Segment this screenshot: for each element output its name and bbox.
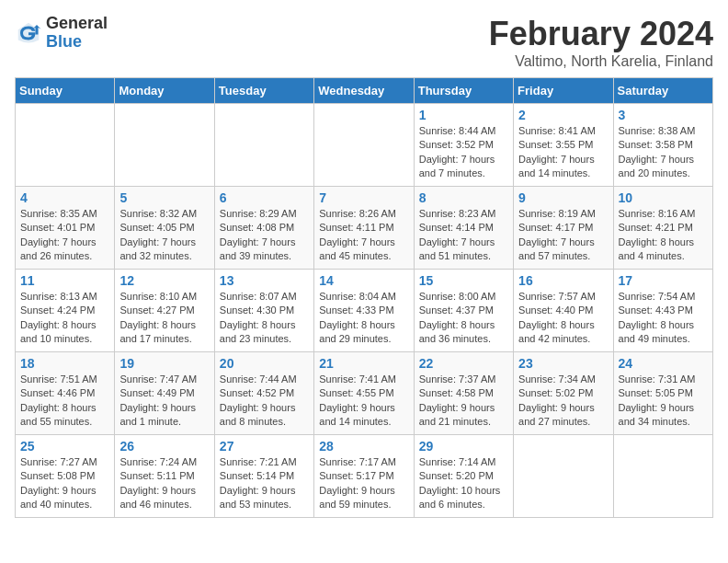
table-row: 25Sunrise: 7:27 AM Sunset: 5:08 PM Dayli… — [16, 435, 115, 518]
header-saturday: Saturday — [613, 78, 712, 104]
day-info: Sunrise: 7:47 AM Sunset: 4:49 PM Dayligh… — [119, 373, 209, 430]
header-friday: Friday — [514, 78, 613, 104]
table-row: 3Sunrise: 8:38 AM Sunset: 3:58 PM Daylig… — [613, 104, 712, 187]
day-number: 18 — [20, 356, 109, 371]
day-info: Sunrise: 7:34 AM Sunset: 5:02 PM Dayligh… — [518, 373, 608, 430]
day-number: 23 — [518, 356, 608, 371]
day-number: 3 — [619, 108, 708, 122]
table-row: 12Sunrise: 8:10 AM Sunset: 4:27 PM Dayli… — [115, 270, 214, 352]
table-row: 8Sunrise: 8:23 AM Sunset: 4:14 PM Daylig… — [414, 187, 513, 270]
table-row: 5Sunrise: 8:32 AM Sunset: 4:05 PM Daylig… — [115, 187, 214, 270]
logo-blue-text: Blue — [46, 33, 108, 52]
day-number: 20 — [220, 356, 309, 371]
day-number: 8 — [419, 190, 508, 205]
table-row: 27Sunrise: 7:21 AM Sunset: 5:14 PM Dayli… — [214, 435, 313, 518]
day-info: Sunrise: 8:41 AM Sunset: 3:55 PM Dayligh… — [518, 124, 608, 181]
day-info: Sunrise: 8:04 AM Sunset: 4:33 PM Dayligh… — [319, 290, 408, 347]
day-number: 11 — [20, 273, 109, 288]
day-number: 13 — [220, 273, 309, 288]
table-row: 7Sunrise: 8:26 AM Sunset: 4:11 PM Daylig… — [314, 187, 414, 270]
day-info: Sunrise: 8:32 AM Sunset: 4:05 PM Dayligh… — [119, 207, 209, 264]
table-row: 19Sunrise: 7:47 AM Sunset: 4:49 PM Dayli… — [115, 352, 214, 435]
table-row — [314, 104, 414, 187]
day-info: Sunrise: 7:21 AM Sunset: 5:14 PM Dayligh… — [220, 455, 309, 512]
table-row: 4Sunrise: 8:35 AM Sunset: 4:01 PM Daylig… — [16, 187, 115, 270]
table-row: 24Sunrise: 7:31 AM Sunset: 5:05 PM Dayli… — [613, 352, 712, 435]
week-row-4: 25Sunrise: 7:27 AM Sunset: 5:08 PM Dayli… — [16, 435, 713, 518]
header-tuesday: Tuesday — [214, 78, 313, 104]
day-number: 14 — [319, 273, 408, 288]
day-number: 24 — [619, 356, 708, 371]
page-subtitle: Valtimo, North Karelia, Finland — [489, 53, 713, 70]
table-row: 29Sunrise: 7:14 AM Sunset: 5:20 PM Dayli… — [414, 435, 513, 518]
table-row: 18Sunrise: 7:51 AM Sunset: 4:46 PM Dayli… — [16, 352, 115, 435]
day-number: 16 — [518, 273, 608, 288]
day-info: Sunrise: 8:07 AM Sunset: 4:30 PM Dayligh… — [220, 290, 309, 347]
day-info: Sunrise: 7:44 AM Sunset: 4:52 PM Dayligh… — [220, 373, 309, 430]
day-info: Sunrise: 7:51 AM Sunset: 4:46 PM Dayligh… — [20, 373, 109, 430]
day-info: Sunrise: 7:24 AM Sunset: 5:11 PM Dayligh… — [119, 455, 209, 512]
table-row: 28Sunrise: 7:17 AM Sunset: 5:17 PM Dayli… — [314, 435, 414, 518]
day-info: Sunrise: 8:35 AM Sunset: 4:01 PM Dayligh… — [20, 207, 109, 264]
day-info: Sunrise: 8:13 AM Sunset: 4:24 PM Dayligh… — [20, 290, 109, 347]
day-info: Sunrise: 8:23 AM Sunset: 4:14 PM Dayligh… — [419, 207, 508, 264]
table-row: 16Sunrise: 7:57 AM Sunset: 4:40 PM Dayli… — [514, 270, 613, 352]
title-section: February 2024 Valtimo, North Karelia, Fi… — [489, 15, 713, 70]
table-row — [514, 435, 613, 518]
table-row: 13Sunrise: 8:07 AM Sunset: 4:30 PM Dayli… — [214, 270, 313, 352]
table-row: 21Sunrise: 7:41 AM Sunset: 4:55 PM Dayli… — [314, 352, 414, 435]
day-number: 9 — [518, 190, 608, 205]
table-row: 2Sunrise: 8:41 AM Sunset: 3:55 PM Daylig… — [514, 104, 613, 187]
day-number: 29 — [419, 439, 508, 454]
day-info: Sunrise: 8:44 AM Sunset: 3:52 PM Dayligh… — [419, 124, 508, 181]
day-number: 27 — [220, 439, 309, 454]
page-title: February 2024 — [489, 15, 713, 53]
day-number: 4 — [20, 190, 109, 205]
day-info: Sunrise: 8:19 AM Sunset: 4:17 PM Dayligh… — [518, 207, 608, 264]
table-row — [613, 435, 712, 518]
day-number: 15 — [419, 273, 508, 288]
day-number: 25 — [20, 439, 109, 454]
day-number: 5 — [119, 190, 209, 205]
day-info: Sunrise: 8:16 AM Sunset: 4:21 PM Dayligh… — [619, 207, 708, 264]
table-row: 9Sunrise: 8:19 AM Sunset: 4:17 PM Daylig… — [514, 187, 613, 270]
table-row: 1Sunrise: 8:44 AM Sunset: 3:52 PM Daylig… — [414, 104, 513, 187]
logo-general-text: General — [46, 15, 108, 33]
day-info: Sunrise: 7:27 AM Sunset: 5:08 PM Dayligh… — [20, 455, 109, 512]
day-info: Sunrise: 8:00 AM Sunset: 4:37 PM Dayligh… — [419, 290, 508, 347]
day-number: 17 — [619, 273, 708, 288]
table-row: 26Sunrise: 7:24 AM Sunset: 5:11 PM Dayli… — [115, 435, 214, 518]
calendar-body: 1Sunrise: 8:44 AM Sunset: 3:52 PM Daylig… — [16, 104, 713, 518]
header-wednesday: Wednesday — [314, 78, 414, 104]
table-row: 15Sunrise: 8:00 AM Sunset: 4:37 PM Dayli… — [414, 270, 513, 352]
table-row: 10Sunrise: 8:16 AM Sunset: 4:21 PM Dayli… — [613, 187, 712, 270]
table-row — [16, 104, 115, 187]
day-info: Sunrise: 8:10 AM Sunset: 4:27 PM Dayligh… — [119, 290, 209, 347]
day-number: 28 — [319, 439, 408, 454]
table-row: 14Sunrise: 8:04 AM Sunset: 4:33 PM Dayli… — [314, 270, 414, 352]
table-row: 20Sunrise: 7:44 AM Sunset: 4:52 PM Dayli… — [214, 352, 313, 435]
header-monday: Monday — [115, 78, 214, 104]
day-number: 6 — [220, 190, 309, 205]
table-row: 22Sunrise: 7:37 AM Sunset: 4:58 PM Dayli… — [414, 352, 513, 435]
calendar-header: SundayMondayTuesdayWednesdayThursdayFrid… — [16, 78, 713, 104]
day-number: 19 — [119, 356, 209, 371]
week-row-1: 4Sunrise: 8:35 AM Sunset: 4:01 PM Daylig… — [16, 187, 713, 270]
table-row: 11Sunrise: 8:13 AM Sunset: 4:24 PM Dayli… — [16, 270, 115, 352]
day-number: 21 — [319, 356, 408, 371]
day-number: 2 — [518, 108, 608, 122]
header-thursday: Thursday — [414, 78, 513, 104]
day-info: Sunrise: 7:54 AM Sunset: 4:43 PM Dayligh… — [619, 290, 708, 347]
calendar-table: SundayMondayTuesdayWednesdayThursdayFrid… — [15, 77, 713, 518]
table-row: 17Sunrise: 7:54 AM Sunset: 4:43 PM Dayli… — [613, 270, 712, 352]
day-info: Sunrise: 7:17 AM Sunset: 5:17 PM Dayligh… — [319, 455, 408, 512]
week-row-0: 1Sunrise: 8:44 AM Sunset: 3:52 PM Daylig… — [16, 104, 713, 187]
logo-text: General Blue — [46, 15, 108, 52]
day-info: Sunrise: 7:14 AM Sunset: 5:20 PM Dayligh… — [419, 455, 508, 512]
header-sunday: Sunday — [16, 78, 115, 104]
logo-icon — [15, 19, 42, 47]
day-info: Sunrise: 7:31 AM Sunset: 5:05 PM Dayligh… — [619, 373, 708, 430]
week-row-2: 11Sunrise: 8:13 AM Sunset: 4:24 PM Dayli… — [16, 270, 713, 352]
day-info: Sunrise: 7:37 AM Sunset: 4:58 PM Dayligh… — [419, 373, 508, 430]
day-info: Sunrise: 7:41 AM Sunset: 4:55 PM Dayligh… — [319, 373, 408, 430]
